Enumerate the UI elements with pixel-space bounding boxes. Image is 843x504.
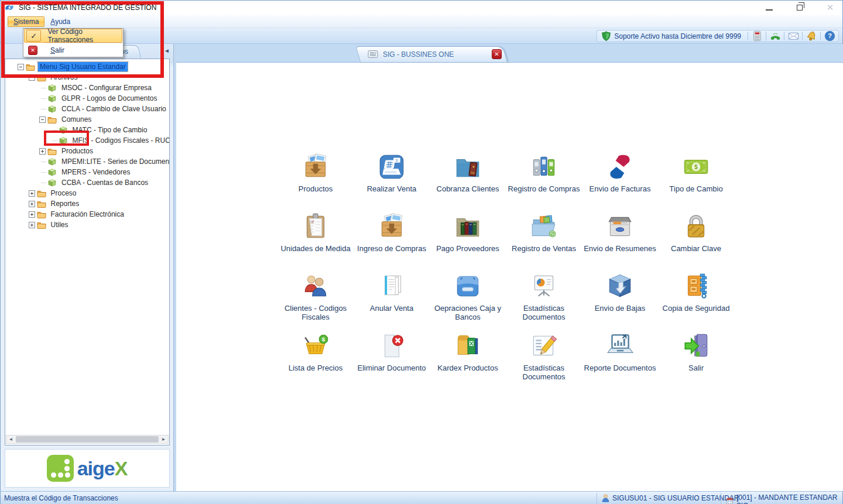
tree-item-comunes[interactable]: Comunes [5,114,169,125]
support-status-text: Soporte Activo hasta Diciembre del 9999 [614,32,741,40]
tree-item-msoc-configurar-empresa[interactable]: MSOC - Configurar Empresa [5,83,169,93]
doc-pencil-icon [529,331,558,361]
launcher-reporte-documentos[interactable]: Reporte Documentos [582,331,658,391]
launcher-tipo-de-cambio[interactable]: $ Tipo de Cambio [658,152,734,212]
launcher-envio-de-resumenes[interactable]: Envio de Resumenes [582,212,658,272]
status-user: SIGUSU01 - SIG USUARIO ESTANDAR [601,493,739,503]
bell-icon[interactable] [806,30,817,42]
tree-item-label: Menu Sig Usuario Estandar [38,62,128,71]
tree-item-mpers-vendedores[interactable]: MPERS - Vendedores [5,167,169,177]
cube-icon [47,168,57,177]
launcher-label: Copia de Seguridad [663,304,730,313]
tree-item-proceso[interactable]: Proceso [5,188,169,198]
collapse-icon[interactable] [39,116,46,123]
expand-icon[interactable] [39,148,46,155]
launcher-anular-venta[interactable]: Anular Venta [354,272,430,331]
chart-easel-icon [529,272,558,301]
menu-bar: SistemaAyuda [1,15,842,28]
launcher-cobranza-clientes[interactable]: Cobranza Clientes [430,152,506,212]
phone-icon[interactable] [769,30,781,42]
scroll-right-icon[interactable]: ► [159,436,168,443]
scrollbar-thumb[interactable] [16,436,159,443]
tree-item-facturaci-n-electr-nica[interactable]: Facturación Electrónica [5,209,169,220]
launcher-envio-de-bajas[interactable]: Envio de Bajas [582,272,658,331]
launcher-eliminar-documento[interactable]: Eliminar Documento [354,331,430,391]
help-icon[interactable]: ? [824,30,835,42]
menu-item-label: Ver Código Transacciones [47,28,122,44]
launcher-envio-de-facturas[interactable]: Envio de Facturas [582,152,658,212]
status-bar: Muestra el Código de Transacciones SIGUS… [1,491,842,504]
tree-item-ccla-cambio-de-clave-usuario[interactable]: CCLA - Cambio de Clave Usuario [5,104,169,114]
launcher-kardex-productos[interactable]: Kardex Productos [430,331,506,391]
launcher-registro-de-ventas[interactable]: Registro de Ventas [506,212,582,272]
tree-item-archivos[interactable]: Archivos [5,72,169,83]
launcher-ingreso-de-compras[interactable]: Ingreso de Compras [354,212,430,272]
tree-item-label: Productos [60,146,95,156]
launcher-label: Cobranza Clientes [437,184,499,193]
expand-icon[interactable] [29,190,35,197]
tree-item-ccba-cuentas-de-bancos[interactable]: CCBA - Cuentas de Bancos [5,177,169,188]
collapse-icon[interactable] [29,74,35,81]
launcher-productos[interactable]: Productos [277,152,354,212]
support-group: Soporte Activo hasta Diciembre del 9999 … [597,30,839,42]
launcher-registro-de-compras[interactable]: Registro de Compras [506,152,582,212]
money-bill-icon: $ [681,152,711,181]
launcher-clientes-codigos-fiscales[interactable]: Clientes - Codigos Fiscales [277,272,354,331]
cube-icon [47,179,57,187]
launcher-label: Envio de Facturas [590,184,651,193]
tree-item-productos[interactable]: Productos [5,146,169,156]
close-button[interactable]: ✕ [823,2,838,13]
tree-horizontal-scrollbar[interactable]: ◄ ► [6,435,169,444]
tree-item-utiles[interactable]: Utiles [5,220,169,230]
restore-button[interactable] [792,2,807,13]
launcher-label: Clientes - Codigos Fiscales [278,304,353,321]
launcher-label: Oepraciones Caja y Bancos [430,304,505,321]
crate-icon [301,152,330,181]
tree-item-reportes[interactable]: Reportes [5,198,169,209]
collapse-panel-icon[interactable]: ◄ [164,48,170,54]
tree-connector [41,109,46,109]
aigex-dice-icon [47,455,74,482]
launcher-estadísticas-documentos[interactable]: Estadísticas Documentos [506,272,582,331]
launcher-salir[interactable]: Salir [658,331,734,391]
cube-icon [47,84,57,92]
launcher-lista-de-precios[interactable]: $Lista de Precios [277,331,354,391]
scroll-left-icon[interactable]: ◄ [6,436,15,443]
tab-close-icon[interactable]: ✕ [492,49,502,59]
tab-sig-bussines-one[interactable]: SIG - BUSSINES ONE ✕ [360,46,508,62]
expand-icon[interactable] [29,222,35,228]
tree-item-label: Proceso [49,188,78,198]
folder-book-icon [453,152,482,181]
expand-icon[interactable] [29,201,35,207]
expand-icon[interactable] [29,211,35,218]
mail-icon[interactable] [787,30,799,42]
launcher-pago-proveedores[interactable]: Pago Proveedores [430,212,506,272]
toolbar-separator [766,32,766,40]
calculator-icon[interactable] [751,30,763,42]
tab-list-icon [368,50,378,59]
tree-item-mfis-codigos-fiscales-ruc[interactable]: MFIS - Codigos Fiscales - RUC [5,135,169,146]
tree-item-mpemi-lite-series-de-documento[interactable]: MPEMI:LITE - Series de Documento [5,156,169,167]
launcher-label: Productos [299,184,333,193]
menu-sistema[interactable]: Sistema [8,16,44,27]
launcher-realizar-venta[interactable]: s Realizar Venta [354,152,430,212]
app-logo-icon [4,2,15,13]
launcher-label: Salir [688,364,704,372]
tree-item-label: CCLA - Cambio de Clave Usuario [60,104,168,114]
tree-item-glpr-logos-de-documentos[interactable]: GLPR - Logos de Documentos [5,93,169,104]
menu-item-ver-c-digo-transacciones[interactable]: ✓Ver Código Transacciones [24,29,122,43]
launcher-cambiar-clave[interactable]: Cambiar Clave [658,212,734,272]
collapse-icon[interactable] [18,64,24,70]
menu-item-salir[interactable]: ✕Salir [23,43,123,57]
tree-item-menu-sig-usuario-estandar[interactable]: Menu Sig Usuario Estandar [5,61,169,72]
svg-text:$: $ [322,336,325,342]
launcher-estadísticas-documentos[interactable]: Estadísticas Documentos [506,331,582,391]
launcher-label: Estadísticas Documentos [506,364,581,381]
folder-icon [37,73,46,82]
launcher-copia-de-seguridad[interactable]: Copia de Seguridad [658,272,734,331]
launcher-unidades-de-medida[interactable]: Unidades de Medida [277,212,354,272]
menu-ayuda[interactable]: Ayuda [44,16,76,27]
launcher-oepraciones-caja-y-bancos[interactable]: Oepraciones Caja y Bancos [430,272,506,331]
tree-item-matc-tipo-de-cambio[interactable]: MATC - Tipo de Cambio [5,125,169,135]
minimize-button[interactable] [762,2,777,13]
